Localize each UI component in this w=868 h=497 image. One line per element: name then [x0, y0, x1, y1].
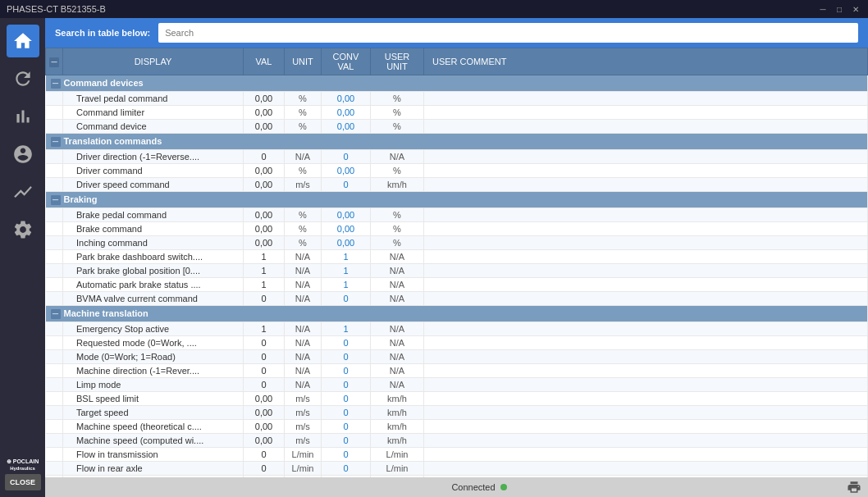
connected-indicator [500, 484, 507, 490]
row-toggle-cell [46, 378, 63, 392]
row-val: 1 [244, 264, 285, 278]
minimize-button[interactable]: ─ [817, 3, 829, 15]
row-val: 0,00 [244, 222, 285, 236]
table-row: Driver direction (-1=Reverse.... 0 N/A 0… [46, 150, 868, 164]
row-unit: N/A [285, 292, 322, 306]
row-convval: 0 [322, 292, 371, 306]
col-convval-header: CONV VAL [322, 48, 371, 75]
row-display: Machine speed (theoretical c.... [63, 420, 244, 434]
table-row: Inching command 0,00 % 0,00 % [46, 236, 868, 250]
table-row: Machine speed (computed wi.... 0,00 m/s … [46, 434, 868, 448]
col-display-header: DISPLAY [63, 48, 244, 75]
row-display: Automatic park brake status .... [63, 278, 244, 292]
sidebar-bottom: ⊕ POCLAINHydraulics CLOSE [0, 458, 45, 497]
row-toggle-cell [46, 392, 63, 406]
row-toggle-cell [46, 336, 63, 350]
row-toggle-cell [46, 462, 63, 476]
table-row: Flow in transmission 0 L/min 0 L/min [46, 448, 868, 462]
row-comment [424, 448, 868, 462]
row-comment [424, 120, 868, 134]
row-comment [424, 278, 868, 292]
row-userunit: N/A [371, 292, 424, 306]
row-display: Driver direction (-1=Reverse.... [63, 150, 244, 164]
section-toggle-icon[interactable]: ─ [51, 195, 61, 205]
row-comment [424, 178, 868, 192]
row-display: Travel pedal command [63, 92, 244, 106]
search-input[interactable] [158, 23, 858, 43]
row-userunit: N/A [371, 336, 424, 350]
row-val: 0 [244, 292, 285, 306]
section-toggle-icon[interactable]: ─ [51, 309, 61, 319]
row-comment [424, 164, 868, 178]
col-comment-header: USER COMMENT [424, 48, 868, 75]
table-row: BSL speed limit 0,00 m/s 0 km/h [46, 392, 868, 406]
section-header-cell: ─Translation commands [46, 134, 868, 150]
row-display: Limp mode [63, 378, 244, 392]
row-toggle-cell [46, 120, 63, 134]
row-toggle-cell [46, 434, 63, 448]
row-comment [424, 236, 868, 250]
window-title: PHASES-CT B521355-B [7, 4, 106, 14]
row-display: Flow in rear axle [63, 462, 244, 476]
row-unit: N/A [285, 364, 322, 378]
row-userunit: % [371, 208, 424, 222]
table-row: Emergency Stop active 1 N/A 1 N/A [46, 322, 868, 336]
row-convval: 1 [322, 322, 371, 336]
table-row: Driver speed command 0,00 m/s 0 km/h [46, 178, 868, 192]
row-comment [424, 378, 868, 392]
row-convval: 1 [322, 264, 371, 278]
row-comment [424, 150, 868, 164]
section-toggle-icon[interactable]: ─ [51, 137, 61, 147]
row-convval: 0 [322, 150, 371, 164]
row-val: 0 [244, 336, 285, 350]
row-val: 0 [244, 150, 285, 164]
row-unit: N/A [285, 150, 322, 164]
table-area[interactable]: ─ DISPLAY VAL UNIT CONV VAL USER UNIT US… [45, 48, 868, 477]
maximize-button[interactable]: □ [834, 3, 845, 15]
row-unit: % [285, 106, 322, 120]
close-button-sidebar[interactable]: CLOSE [5, 474, 41, 490]
row-unit: m/s [285, 392, 322, 406]
row-userunit: % [371, 106, 424, 120]
row-val: 1 [244, 250, 285, 264]
table-row: Requested mode (0=Work, .... 0 N/A 0 N/A [46, 336, 868, 350]
row-convval: 0,00 [322, 120, 371, 134]
sidebar-icon-graph[interactable] [7, 176, 39, 208]
row-convval: 0 [322, 448, 371, 462]
row-toggle-cell [46, 322, 63, 336]
row-userunit: N/A [371, 378, 424, 392]
row-display: Command limiter [63, 106, 244, 120]
row-convval: 0,00 [322, 106, 371, 120]
sidebar-icon-refresh[interactable] [7, 62, 39, 95]
row-comment [424, 264, 868, 278]
row-display: Park brake dashboard switch.... [63, 250, 244, 264]
row-toggle-cell [46, 164, 63, 178]
section-header-cell: ─Command devices [46, 75, 868, 92]
table-row: Driver command 0,00 % 0,00 % [46, 164, 868, 178]
row-unit: % [285, 236, 322, 250]
row-unit: N/A [285, 350, 322, 364]
sidebar-icon-settings-circle[interactable] [7, 138, 39, 171]
section-toggle-icon[interactable]: ─ [51, 79, 61, 89]
main-content: Search in table below: ─ DISPLAY VAL UNI… [45, 18, 868, 497]
row-userunit: km/h [371, 406, 424, 420]
sidebar-icon-gear[interactable] [7, 213, 39, 246]
row-unit: N/A [285, 250, 322, 264]
row-val: 0,00 [244, 92, 285, 106]
poclain-logo: ⊕ POCLAINHydraulics [7, 458, 39, 471]
row-convval: 0 [322, 336, 371, 350]
row-unit: N/A [285, 378, 322, 392]
sidebar-icon-home[interactable] [7, 25, 39, 57]
col-unit-header: UNIT [285, 48, 322, 75]
print-button[interactable] [847, 480, 861, 495]
close-button[interactable]: ✕ [850, 3, 861, 15]
row-toggle-cell [46, 264, 63, 278]
window-controls: ─ □ ✕ [817, 3, 861, 15]
search-label: Search in table below: [55, 28, 150, 38]
row-val: 0,00 [244, 392, 285, 406]
row-display: BSL speed limit [63, 392, 244, 406]
row-convval: 1 [322, 278, 371, 292]
row-userunit: km/h [371, 434, 424, 448]
sidebar-icon-chart[interactable] [7, 100, 39, 133]
row-convval: 0 [322, 378, 371, 392]
